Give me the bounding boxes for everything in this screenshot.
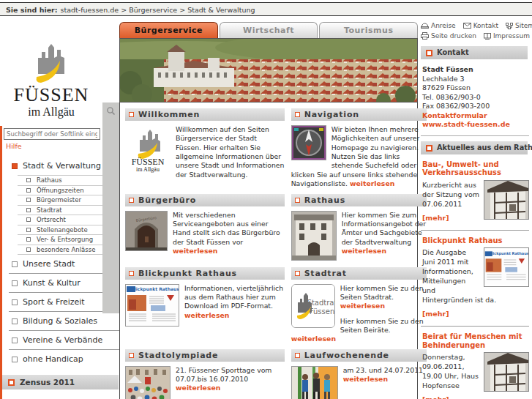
seite-drucken-link[interactable]: Seite drucken	[421, 31, 476, 41]
zoom-icon[interactable]	[106, 106, 116, 116]
article-body: am 23. und 24.07.2011 weiterlesen	[291, 362, 427, 399]
article-stadtolympiade: Stadtolympiade	[125, 349, 285, 399]
newspaper-thumbnail[interactable]: Blickpunkt Rathaus	[125, 284, 179, 327]
sidebar-item-stadt-verwaltung[interactable]: Stadt & Verwaltung	[0, 157, 119, 175]
tab-tourismus[interactable]: Tourismus	[319, 22, 418, 38]
breadcrumb-prefix: Sie sind hier:	[6, 6, 58, 14]
square-bullet-icon	[8, 379, 15, 386]
newspaper-thumbnail[interactable]: Blickpunkt Rathaus	[484, 247, 529, 287]
square-bullet-icon	[129, 271, 134, 276]
tab-wirtschaft[interactable]: Wirtschaft	[220, 22, 318, 38]
castle-icon	[28, 39, 75, 86]
square-bullet-icon	[129, 353, 134, 358]
sidebar-item-ohne-handicap[interactable]: ohne Handicap	[0, 350, 119, 368]
nav-bullet-icon	[12, 280, 18, 286]
article-text: Informationen, vierteljährlich aus dem R…	[184, 284, 283, 310]
kontaktformular-link[interactable]: Kontaktformular	[422, 111, 529, 121]
article-body: Blickpunkt Rathaus	[125, 280, 285, 328]
content-left-gutter	[102, 102, 119, 313]
article-text: 21. Füssener Sporttage vom 07.07.bis 16.…	[176, 366, 271, 383]
zensus-header: Zensus 2011	[0, 375, 119, 389]
article-text: am 23. und 24.07.2011	[343, 366, 423, 374]
news-title[interactable]: Beirat für Menschen mit Behinderungen	[422, 332, 529, 349]
fuessen-logo[interactable]: FÜSSEN im Allgäu	[0, 17, 102, 119]
weiterlesen-link[interactable]: weiterlesen	[343, 375, 388, 383]
nav-bullet-icon	[12, 318, 18, 324]
svg-text:Stadtrat: Stadtrat	[307, 299, 334, 307]
article-body: Stadtrat Füssen Hier kommen Sie zu den S…	[291, 280, 427, 344]
breadcrumb-path[interactable]: stadt-fuessen.de > Bürgerservice > Stadt…	[61, 6, 255, 14]
article-body: Bürgerbüro Mit verschiedenen Serviceange…	[125, 206, 285, 256]
article-header: Blickpunkt Rathaus	[125, 267, 285, 280]
square-bullet-icon	[295, 353, 300, 358]
sitemap-link[interactable]: Sitemap	[506, 20, 532, 31]
svg-text:im Allgäu: im Allgäu	[136, 166, 160, 173]
printer-icon	[421, 32, 429, 40]
weiterlesen-link[interactable]: weiterlesen	[291, 335, 336, 343]
article-stadtrat: Stadtrat Stadtrat Füssen Hier kommen Sie…	[291, 267, 427, 344]
weiterlesen-link[interactable]: weiterlesen	[342, 247, 386, 255]
subnav-bullet-icon	[26, 247, 31, 252]
weiterlesen-link[interactable]: weiterlesen	[184, 311, 229, 319]
square-bullet-icon	[426, 50, 432, 56]
main-navigation: Stadt & Verwaltung Rathaus Öffnungszeite…	[0, 157, 119, 368]
kontakt-city: 87629 Füssen	[422, 83, 529, 93]
buergerbuero-door-thumbnail[interactable]: Bürgerbüro	[125, 211, 168, 251]
sporttage-crowd-thumbnail[interactable]	[125, 366, 171, 399]
sidebar-item-sport-freizeit[interactable]: Sport & Freizeit	[0, 293, 119, 311]
square-bullet-icon	[295, 271, 300, 276]
tab-buergerservice[interactable]: Bürgerservice	[119, 22, 218, 38]
subnav-bullet-icon	[26, 208, 31, 212]
sidebar-item-vereine-verbaende[interactable]: Vereine & Verbände	[0, 331, 119, 349]
anreise-link[interactable]: Anreise	[421, 20, 456, 31]
news-title[interactable]: Bau-, Umwelt- und Verkehrsausschuss	[422, 160, 529, 177]
subnav-bullet-icon	[26, 228, 31, 232]
mehr-link[interactable]: [mehr]	[422, 310, 449, 318]
mehr-link[interactable]: [mehr]	[422, 214, 449, 222]
nav-label: Stadt & Verwaltung	[23, 161, 101, 171]
news-title[interactable]: Blickpunkt Rathaus	[422, 236, 529, 245]
svg-text:Blickpunkt Rathaus: Blickpunkt Rathaus	[131, 286, 179, 292]
runners-thumbnail[interactable]	[291, 366, 338, 399]
rathaus-bay-window-thumbnail[interactable]	[484, 180, 529, 220]
nav-bullet-icon	[12, 163, 18, 169]
square-bullet-icon	[295, 112, 300, 117]
kontakt-street: Lechhalde 3	[422, 75, 529, 84]
article-text: Mit verschiedenen Serviceangeboten aus e…	[173, 211, 280, 246]
article-header: Navigation	[291, 108, 427, 121]
news-item: Bau-, Umwelt- und Verkehrsausschuss Kurz…	[421, 160, 529, 231]
weiterlesen-link[interactable]: weiterlesen	[176, 384, 220, 392]
zensus-logo[interactable]: zensus2011 Wissen, was morgen zählt.	[0, 389, 119, 399]
weiterlesen-link[interactable]: weiterlesen	[173, 247, 217, 255]
square-bullet-icon	[129, 112, 134, 117]
kontakt-link[interactable]: Kontakt	[463, 20, 498, 31]
haus-hopfensee-thumbnail[interactable]	[484, 352, 529, 392]
envelope-icon	[463, 23, 471, 29]
mehr-link[interactable]: [mehr]	[422, 395, 449, 399]
rathaus-building-thumbnail[interactable]	[291, 211, 337, 261]
sidebar-item-bildung-soziales[interactable]: Bildung & Soziales	[0, 312, 119, 330]
article-text: Willkommen auf den Seiten Bürgerservice …	[176, 125, 284, 179]
subnav-bullet-icon	[26, 198, 31, 202]
left-accent-bar	[0, 126, 2, 399]
car-icon	[421, 23, 429, 29]
square-bullet-icon	[295, 198, 300, 203]
sidebar-item-kunst-kultur[interactable]: Kunst & Kultur	[0, 274, 119, 292]
breadcrumb: Sie sind hier:stadt-fuessen.de > Bürgers…	[0, 2, 532, 16]
sidebar-item-unsere-stadt[interactable]: Unsere Stadt	[0, 255, 119, 273]
fuessen-logo-thumbnail[interactable]: FÜSSEN im Allgäu	[125, 125, 171, 174]
impressum-link[interactable]: Impressum	[484, 31, 530, 41]
nav-bullet-icon	[12, 338, 18, 343]
article-text: Hier kommen Sie zum Informationsangebot …	[342, 211, 427, 246]
compass-thumbnail[interactable]	[291, 125, 326, 160]
svg-text:FÜSSEN: FÜSSEN	[132, 157, 165, 167]
weiterlesen-link[interactable]: weiterlesen	[340, 302, 385, 310]
search-input[interactable]	[4, 128, 100, 140]
logo-subtitle: im Allgäu	[0, 105, 102, 119]
stadtrat-logo-thumbnail[interactable]: Stadtrat Füssen	[291, 284, 335, 328]
svg-text:Blickpunkt Rathaus: Blickpunkt Rathaus	[489, 251, 528, 256]
square-bullet-icon	[129, 198, 134, 203]
website-link[interactable]: www.stadt-fuessen.de	[422, 120, 529, 130]
weiterlesen-link[interactable]: weiterlesen	[350, 179, 394, 187]
nav-bullet-icon	[12, 261, 18, 267]
